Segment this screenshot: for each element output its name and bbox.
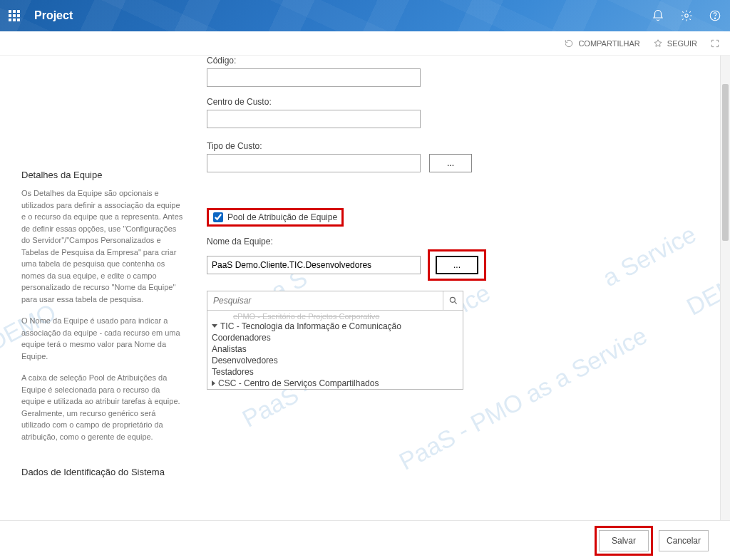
caret-down-icon (212, 324, 217, 328)
notifications-icon[interactable] (652, 9, 664, 22)
pool-label: Pool de Atribuição de Equipe (227, 212, 337, 222)
lookup-panel: ePMO - Escritório de Projetos Corporativ… (207, 291, 463, 390)
tree-label: TIC - Tecnologia da Informação e Comunic… (220, 321, 401, 331)
lookup-search-button[interactable] (443, 291, 463, 310)
app-launcher-icon[interactable] (9, 10, 20, 21)
app-header: Project (0, 0, 730, 31)
team-desc-3: A caixa de seleção Pool de Atribuições d… (21, 372, 185, 442)
team-name-row: Nome da Equipe: ... (207, 237, 716, 281)
team-name-label: Nome da Equipe: (207, 237, 716, 247)
tipo-custo-label: Tipo de Custo: (207, 141, 716, 151)
team-section-title: Detalhes da Equipe (21, 170, 185, 180)
tree-item[interactable]: Analistas (212, 343, 458, 355)
follow-label: SEGUIR (667, 39, 697, 48)
highlight-box-browse: ... (428, 249, 486, 281)
pool-checkbox[interactable] (213, 212, 223, 222)
team-name-browse-button[interactable]: ... (436, 256, 478, 274)
team-desc-1: Os Detalhes da Equipe são opcionais e ut… (21, 187, 185, 305)
codigo-input[interactable] (207, 68, 421, 87)
codigo-row: Código: (207, 56, 716, 87)
tree-label: CSC - Centro de Serviços Compartilhados (218, 378, 379, 388)
follow-button[interactable]: SEGUIR (653, 38, 697, 48)
team-desc-2: O Nome da Equipe é usado para indicar a … (21, 315, 185, 362)
footer: Salvar Cancelar (0, 520, 730, 560)
fullscreen-icon (710, 38, 720, 48)
caret-right-icon (212, 380, 215, 386)
pool-row: Pool de Atribuição de Equipe (207, 208, 716, 227)
codigo-label: Código: (207, 56, 716, 66)
team-name-input[interactable] (207, 256, 421, 274)
tree-label: Coordenadores (212, 333, 271, 343)
tree-item[interactable]: Testadores (212, 366, 458, 378)
tree-item[interactable]: Desenvolvedores (212, 355, 458, 366)
search-icon (448, 296, 458, 306)
tree-item[interactable]: TIC - Tecnologia da Informação e Comunic… (212, 321, 458, 332)
share-icon (564, 38, 574, 48)
centro-custo-input[interactable] (207, 110, 421, 128)
svg-point-2 (714, 18, 715, 19)
fullscreen-button[interactable] (710, 38, 720, 48)
cancel-button[interactable]: Cancelar (659, 530, 709, 551)
save-button[interactable]: Salvar (599, 530, 649, 551)
tipo-custo-browse-button[interactable]: ... (429, 154, 472, 172)
app-title: Project (34, 9, 73, 22)
tree-item-truncated: ePMO - Escritório de Projetos Corporativ… (212, 312, 458, 321)
share-label: COMPARTILHAR (578, 39, 639, 48)
tree-label: Testadores (212, 367, 254, 377)
tree-label: Analistas (212, 344, 247, 354)
tipo-custo-input[interactable] (207, 154, 421, 172)
page-scrollbar[interactable] (720, 56, 730, 520)
svg-point-3 (450, 297, 455, 302)
settings-gear-icon[interactable] (680, 9, 693, 22)
help-icon[interactable] (709, 9, 721, 22)
centro-custo-row: Centro de Custo: (207, 97, 716, 128)
scrollbar-thumb[interactable] (722, 84, 729, 241)
tree-item[interactable]: CSC - Centro de Serviços Compartilhados (212, 378, 458, 389)
highlight-box-pool: Pool de Atribuição de Equipe (207, 208, 344, 227)
lookup-tree[interactable]: ePMO - Escritório de Projetos Corporativ… (207, 311, 463, 389)
lookup-search-input[interactable] (207, 291, 443, 310)
tree-item[interactable]: Coordenadores (212, 332, 458, 343)
star-icon (653, 38, 663, 48)
centro-custo-label: Centro de Custo: (207, 97, 716, 107)
lookup-search-row (207, 291, 463, 311)
share-button[interactable]: COMPARTILHAR (564, 38, 639, 48)
right-column: Código: Centro de Custo: Tipo de Custo: … (200, 56, 716, 520)
main-content: Detalhes da Equipe Os Detalhes da Equipe… (0, 56, 730, 520)
page-actions: COMPARTILHAR SEGUIR (0, 31, 730, 56)
tree-label: Desenvolvedores (212, 356, 278, 365)
sysdata-section-title: Dados de Identificação do Sistema (21, 467, 185, 477)
tipo-custo-row: Tipo de Custo: ... (207, 141, 716, 172)
svg-point-0 (685, 14, 689, 18)
left-column: Detalhes da Equipe Os Detalhes da Equipe… (21, 56, 200, 520)
